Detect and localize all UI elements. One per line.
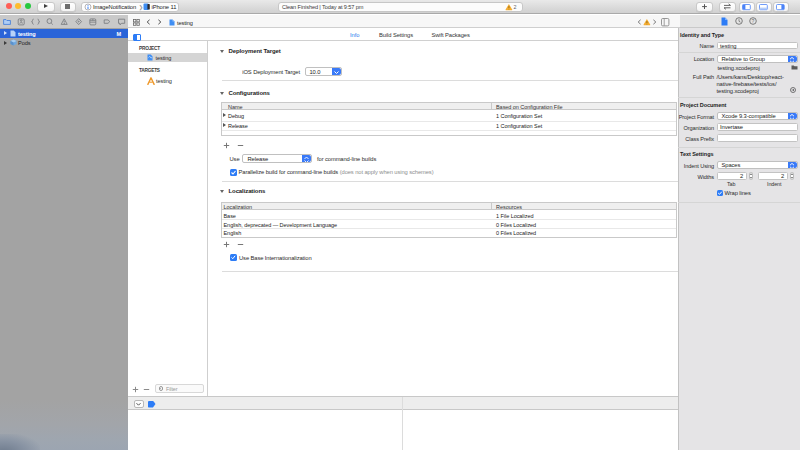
svg-text:?: ? bbox=[751, 18, 754, 24]
